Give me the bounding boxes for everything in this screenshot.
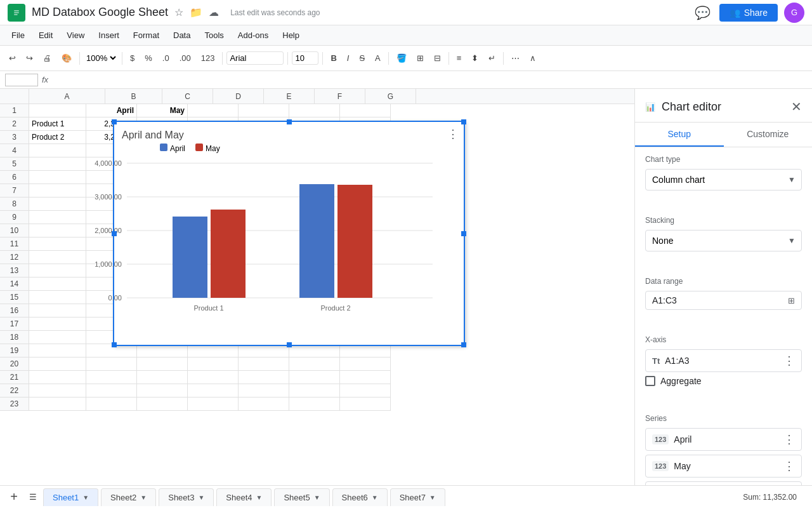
resize-mr[interactable]	[461, 231, 466, 236]
cell-15-1[interactable]	[29, 291, 86, 304]
data-range-grid-button[interactable]: ⊞	[788, 296, 795, 305]
cell-19-6[interactable]	[289, 344, 340, 358]
cell-22-7[interactable]	[340, 384, 391, 398]
cell-21-6[interactable]	[289, 371, 340, 384]
cell-22-4[interactable]	[188, 384, 239, 398]
cell-23-3[interactable]	[137, 398, 188, 411]
cell-20-6[interactable]	[289, 358, 340, 371]
cell-11-1[interactable]	[29, 237, 86, 251]
cell-6-1[interactable]	[29, 171, 86, 184]
series-may-more-button[interactable]: ⋮	[783, 459, 795, 473]
fillcolor-button[interactable]: 🪣	[393, 50, 410, 67]
menu-view[interactable]: View	[60, 28, 91, 43]
row-num-10[interactable]: 10	[0, 224, 29, 237]
cell-20-2[interactable]	[86, 358, 137, 371]
formula-input[interactable]	[52, 74, 807, 86]
decimal1-button[interactable]: .0	[159, 50, 173, 67]
cell-9-1[interactable]	[29, 211, 86, 224]
row-num-23[interactable]: 23	[0, 398, 29, 411]
menu-insert[interactable]: Insert	[92, 28, 126, 43]
row-num-12[interactable]: 12	[0, 251, 29, 264]
cell-13-1[interactable]	[29, 264, 86, 277]
cell-16-1[interactable]	[29, 304, 86, 318]
sheet-tab-sheet1[interactable]: Sheet1 ▼	[43, 488, 98, 506]
cell-19-4[interactable]	[188, 344, 239, 358]
aggregate-checkbox[interactable]	[645, 376, 655, 386]
cell-reference[interactable]	[5, 74, 38, 86]
menu-file[interactable]: File	[5, 28, 31, 43]
undo-button[interactable]: ↩	[5, 50, 20, 67]
resize-tm[interactable]	[287, 119, 292, 124]
aggregate-row[interactable]: Aggregate	[645, 376, 802, 386]
chart-container[interactable]: ⋮ April and May April May 4,000.00 3,000…	[113, 121, 465, 346]
percent-button[interactable]: %	[141, 50, 156, 67]
row-num-13[interactable]: 13	[0, 264, 29, 277]
tab-customize[interactable]: Customize	[724, 123, 813, 147]
resize-bl[interactable]	[112, 342, 117, 347]
col-header-G[interactable]: G	[365, 89, 416, 104]
paintformat-button[interactable]: 🎨	[58, 50, 75, 67]
cell-5-1[interactable]	[29, 157, 86, 171]
wrap-button[interactable]: ↵	[485, 50, 499, 67]
cell-1-1[interactable]	[29, 104, 86, 117]
cell-1-6[interactable]	[289, 104, 340, 117]
resize-bm[interactable]	[287, 342, 292, 347]
cell-1-5[interactable]	[239, 104, 289, 117]
font-selector[interactable]	[226, 51, 284, 65]
borders-button[interactable]: ⊞	[413, 50, 428, 67]
sheet-tab-sheet5[interactable]: Sheet5 ▼	[274, 488, 329, 506]
row-num-4[interactable]: 4	[0, 144, 29, 157]
strikethrough-button[interactable]: S	[355, 50, 369, 67]
sheets-list-button[interactable]: ☰	[25, 488, 41, 506]
sheet-tab-sheet6[interactable]: Sheet6 ▼	[332, 488, 388, 506]
decimal2-button[interactable]: .00	[176, 50, 195, 67]
cell-4-1[interactable]	[29, 144, 86, 157]
row-num-8[interactable]: 8	[0, 197, 29, 211]
comment-icon[interactable]: 💬	[695, 5, 710, 20]
more-button[interactable]: ⋯	[508, 50, 523, 67]
row-num-5[interactable]: 5	[0, 157, 29, 171]
menu-help[interactable]: Help	[276, 28, 306, 43]
sheet-tab-sheet4[interactable]: Sheet4 ▼	[216, 488, 272, 506]
cell-22-1[interactable]	[29, 384, 86, 398]
currency-button[interactable]: $	[126, 50, 138, 67]
resize-tr[interactable]	[461, 119, 466, 124]
resize-ml[interactable]	[112, 231, 117, 236]
cell-23-4[interactable]	[188, 398, 239, 411]
avatar[interactable]: G	[784, 3, 804, 23]
tab-setup[interactable]: Setup	[635, 123, 724, 147]
cell-3-1[interactable]: Product 2	[29, 131, 86, 144]
chart-type-select[interactable]: Column chart	[645, 169, 802, 190]
share-button[interactable]: 👥 Share	[719, 4, 778, 22]
cell-1-3[interactable]: May	[137, 104, 188, 117]
menu-data[interactable]: Data	[167, 28, 197, 43]
row-num-19[interactable]: 19	[0, 344, 29, 358]
cell-22-3[interactable]	[137, 384, 188, 398]
cell-19-1[interactable]	[29, 344, 86, 358]
sheet-tab-sheet3[interactable]: Sheet3 ▼	[159, 488, 214, 506]
cell-21-7[interactable]	[340, 371, 391, 384]
row-num-7[interactable]: 7	[0, 184, 29, 197]
cell-21-1[interactable]	[29, 371, 86, 384]
resize-br[interactable]	[461, 342, 466, 347]
cell-1-7[interactable]	[340, 104, 391, 117]
textcolor-button[interactable]: A	[371, 50, 384, 67]
col-header-C[interactable]: C	[162, 89, 213, 104]
xaxis-more-button[interactable]: ⋮	[783, 354, 795, 368]
cell-14-1[interactable]	[29, 277, 86, 291]
font-size-input[interactable]	[292, 51, 318, 65]
italic-button[interactable]: I	[343, 50, 353, 67]
col-header-A[interactable]: A	[29, 89, 105, 104]
cell-21-5[interactable]	[239, 371, 289, 384]
zoom-select[interactable]: 100%	[84, 53, 118, 64]
row-num-20[interactable]: 20	[0, 358, 29, 371]
cell-20-5[interactable]	[239, 358, 289, 371]
cell-1-2[interactable]: April	[86, 104, 137, 117]
folder-icon[interactable]: 📁	[190, 6, 202, 18]
row-num-2[interactable]: 2	[0, 117, 29, 131]
cell-8-1[interactable]	[29, 197, 86, 211]
valign-button[interactable]: ⬍	[468, 50, 482, 67]
cell-12-1[interactable]	[29, 251, 86, 264]
cloud-icon[interactable]: ☁	[209, 6, 219, 18]
cell-21-4[interactable]	[188, 371, 239, 384]
